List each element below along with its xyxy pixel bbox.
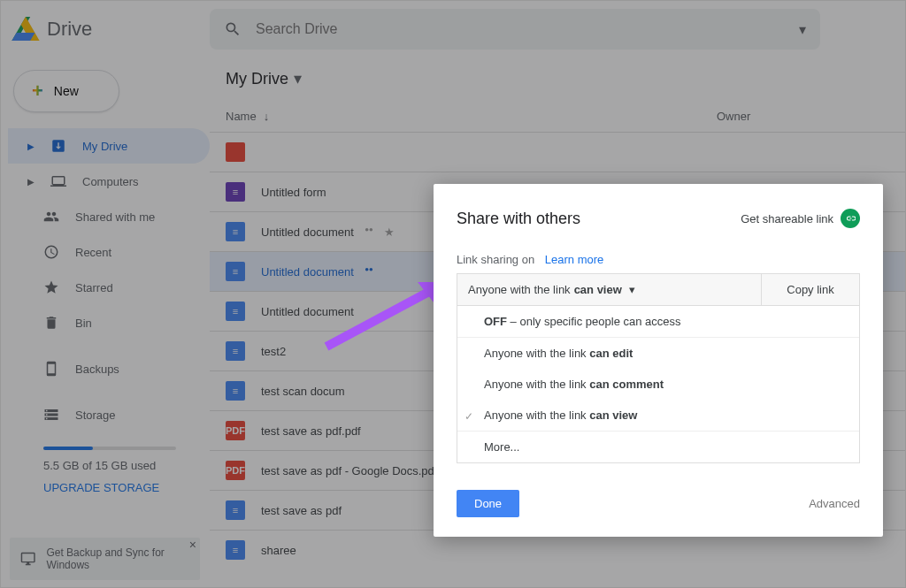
get-link-label: Get shareable link <box>741 212 833 225</box>
option-perm: can view <box>589 409 637 422</box>
option-can-edit[interactable]: Anyone with the link can edit <box>457 338 859 369</box>
dialog-title: Share with others <box>457 210 580 228</box>
option-off[interactable]: OFF – only specific people can access <box>457 306 859 338</box>
permission-dropdown[interactable]: Anyone with the link can view ▾ <box>457 274 762 305</box>
option-prefix: Anyone with the link <box>484 409 589 422</box>
permission-value: can view <box>574 283 622 296</box>
checkmark-icon: ✓ <box>465 410 473 423</box>
chevron-down-icon: ▾ <box>629 283 635 296</box>
advanced-link[interactable]: Advanced <box>809 497 860 510</box>
copy-link-button[interactable]: Copy link <box>762 274 859 305</box>
option-off-rest: – only specific people can access <box>507 315 681 328</box>
option-prefix: Anyone with the link <box>484 347 589 360</box>
option-prefix: Anyone with the link <box>484 378 589 391</box>
learn-more-link[interactable]: Learn more <box>545 253 603 266</box>
option-perm: can edit <box>589 347 633 360</box>
share-dialog: Share with others Get shareable link Lin… <box>434 184 883 537</box>
link-sharing-status: Link sharing on <box>457 253 534 266</box>
permission-prefix: Anyone with the link <box>468 283 571 296</box>
done-button[interactable]: Done <box>457 490 519 517</box>
option-perm: can comment <box>589 378 664 391</box>
option-more[interactable]: More... <box>457 431 859 462</box>
option-can-comment[interactable]: Anyone with the link can comment <box>457 369 859 400</box>
option-off-bold: OFF <box>484 315 507 328</box>
get-shareable-link[interactable]: Get shareable link <box>741 209 860 228</box>
option-can-view[interactable]: ✓ Anyone with the link can view <box>457 400 859 431</box>
link-icon <box>841 209 860 228</box>
